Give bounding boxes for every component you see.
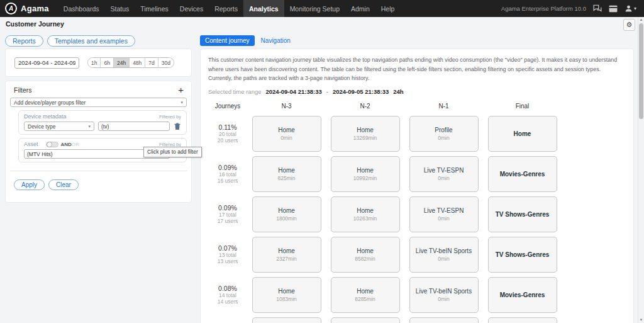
- chat-icon[interactable]: [593, 4, 602, 13]
- device-player-groups-select[interactable]: Add device/player groups filter ▾: [10, 98, 187, 107]
- navbar-menu: DashboardsStatusTimelinesDevicesReportsA…: [58, 0, 401, 17]
- journey-step-card: Home10263min: [331, 196, 400, 232]
- device-type-select[interactable]: Device type ▾: [24, 122, 94, 131]
- nav-item-reports[interactable]: Reports: [209, 0, 243, 17]
- time-range-group: 1h6h24h48h7d30d: [87, 57, 174, 68]
- chevron-down-icon: ▾: [88, 124, 91, 129]
- gear-icon: ⚙: [626, 21, 633, 29]
- user-menu[interactable]: ▾: [625, 4, 636, 13]
- nav-item-dashboards[interactable]: Dashboards: [58, 0, 105, 17]
- billing-icon[interactable]: [609, 5, 618, 13]
- or-label: OR: [72, 142, 79, 147]
- col-n2: N-2: [360, 103, 370, 110]
- nav-item-analytics[interactable]: Analytics: [243, 0, 284, 17]
- chevron-down-icon: ▾: [180, 100, 183, 105]
- journey-total: 16 total: [218, 171, 238, 178]
- journey-step-card: Live TV-ESPN0min: [409, 156, 479, 192]
- journey-card-title: Home: [278, 247, 295, 254]
- journey-final-card: Movies-Genres: [488, 277, 557, 313]
- journey-users: 13 users: [218, 258, 238, 265]
- journey-step-card: [252, 317, 321, 323]
- journey-card-duration: 8582min: [355, 256, 375, 262]
- tab-content-journey[interactable]: Content journey: [200, 35, 255, 46]
- journey-card-duration: 0min: [438, 215, 449, 222]
- time-button-1h[interactable]: 1h: [88, 58, 100, 67]
- nav-item-help[interactable]: Help: [375, 0, 401, 17]
- journey-card-duration: 0min: [438, 256, 449, 262]
- journey-card-title: Home: [357, 207, 374, 214]
- journey-row: 0.09%17 total17 usersHome1800minHome1026…: [208, 196, 626, 232]
- journey-stats: 0.09%16 total16 users: [218, 164, 238, 184]
- selected-time-range: Selected time range 2024-09-04 21:38:33 …: [208, 88, 626, 95]
- journey-row: 0.11%20 total20 usersHome0minHome13269mi…: [208, 116, 626, 152]
- scrollbar-thumb[interactable]: [639, 23, 643, 119]
- settings-button[interactable]: ⚙: [623, 19, 635, 31]
- date-range-card: 1h6h24h48h7d30d: [5, 48, 192, 77]
- date-range-input[interactable]: [14, 57, 79, 69]
- journey-card-title: Home: [278, 288, 295, 295]
- journey-card-duration: 10263min: [353, 215, 377, 222]
- tooltip: Click plus to add filter: [143, 147, 202, 157]
- journey-percent: 0.07%: [218, 244, 238, 252]
- journey-stats: 0.08%14 total14 users: [218, 285, 238, 305]
- nav-item-devices[interactable]: Devices: [174, 0, 209, 17]
- time-button-48h[interactable]: 48h: [129, 58, 145, 67]
- journey-stats: 0.09%17 total17 users: [218, 204, 238, 225]
- device-type-value-input[interactable]: [98, 122, 170, 131]
- journey-card-title: Home: [357, 167, 374, 174]
- journey-final-card: Home: [488, 116, 557, 152]
- journey-row: 0.09%16 total16 usersHome825minHome10992…: [208, 156, 626, 192]
- scroll-down-icon[interactable]: ▼: [638, 318, 644, 322]
- apply-button[interactable]: Apply: [14, 179, 45, 190]
- journey-card-duration: 0min: [280, 135, 292, 141]
- journey-card-title: Home: [357, 247, 374, 254]
- journey-card-title: Movies-Genres: [500, 292, 545, 298]
- journey-card-title: TV Shows-Genres: [496, 251, 550, 258]
- trash-icon[interactable]: [174, 122, 181, 130]
- journey-card-title: Home: [278, 167, 295, 174]
- time-button-6h[interactable]: 6h: [100, 58, 113, 67]
- journey-final-card: [488, 317, 557, 323]
- journey-card-title: Home: [357, 288, 374, 295]
- divider: [10, 171, 187, 171]
- time-button-24h[interactable]: 24h: [113, 58, 129, 67]
- scroll-up-icon[interactable]: ▲: [638, 18, 644, 21]
- journey-table-header: Journeys N-3 N-2 N-1 Final: [208, 103, 626, 110]
- journey-users: 20 users: [218, 137, 238, 144]
- nav-item-status[interactable]: Status: [104, 0, 135, 17]
- journey-total: 17 total: [218, 212, 238, 218]
- journey-percent: 0.09%: [218, 164, 238, 171]
- journey-card-title: Profile: [435, 127, 452, 133]
- and-label: AND: [61, 142, 72, 147]
- page-title: Customer Journey: [6, 20, 64, 28]
- nav-item-timelines[interactable]: Timelines: [135, 0, 174, 17]
- journey-card-title: Live TV-ESPN: [424, 167, 464, 174]
- journey-step-card: Home825min: [252, 156, 321, 192]
- journey-step-card: [331, 317, 400, 323]
- time-range-start: 2024-09-04 21:38:33: [266, 88, 322, 95]
- time-button-7d[interactable]: 7d: [145, 58, 157, 67]
- brand[interactable]: A Agama: [5, 3, 49, 14]
- tab-reports[interactable]: Reports: [5, 35, 43, 47]
- tab-templates-and-examples[interactable]: Templates and examples: [47, 35, 135, 47]
- device-metadata-label: Device metadata: [24, 113, 67, 120]
- journey-step-card: Live TV-beIN Sports0min: [409, 237, 479, 273]
- col-n3: N-3: [281, 103, 291, 110]
- nav-item-monitoring-setup[interactable]: Monitoring Setup: [284, 0, 345, 17]
- journey-card-title: Home: [278, 207, 295, 214]
- page-scrollbar[interactable]: ▲ ▼: [638, 17, 644, 323]
- journey-card-duration: 0min: [438, 135, 449, 141]
- nav-item-admin[interactable]: Admin: [345, 0, 375, 17]
- clear-button[interactable]: Clear: [48, 179, 79, 190]
- journey-card-title: Home: [357, 127, 374, 133]
- journey-step-card: [409, 317, 479, 323]
- time-button-30d[interactable]: 30d: [158, 58, 174, 67]
- tab-navigation[interactable]: Navigation: [261, 37, 291, 44]
- asset-label: Asset: [24, 141, 38, 147]
- journey-row: 0.07%13 total13 usersHome2327minHome8582…: [208, 237, 626, 273]
- and-or-toggle[interactable]: [46, 142, 58, 147]
- add-filter-plus-icon[interactable]: +: [178, 86, 184, 94]
- navbar-right: Agama Enterprise Platform 10.0 ▾: [501, 4, 639, 13]
- journey-card-title: Live TV-beIN Sports: [416, 288, 472, 295]
- journey-step-card: Home1800min: [252, 196, 321, 232]
